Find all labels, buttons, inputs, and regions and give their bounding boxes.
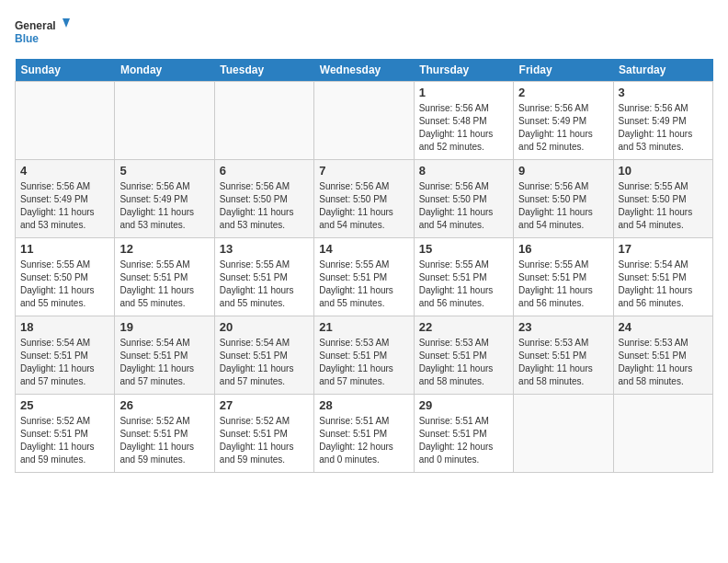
day-info: Sunrise: 5:53 AMSunset: 5:51 PMDaylight:… [518,337,608,388]
day-cell [514,395,613,473]
column-header-tuesday: Tuesday [214,59,313,82]
day-info: Sunrise: 5:56 AMSunset: 5:49 PMDaylight:… [518,102,608,154]
day-info: Sunrise: 5:56 AMSunset: 5:49 PMDaylight:… [119,180,209,232]
day-number: 8 [419,164,508,178]
day-cell [115,82,214,160]
day-info: Sunrise: 5:52 AMSunset: 5:51 PMDaylight:… [119,415,209,466]
day-number: 9 [518,164,608,178]
column-header-thursday: Thursday [414,59,513,82]
day-number: 22 [419,320,508,334]
day-info: Sunrise: 5:55 AMSunset: 5:51 PMDaylight:… [119,259,209,310]
logo-svg: General Blue [15,15,70,52]
day-cell: 17Sunrise: 5:54 AMSunset: 5:51 PMDayligh… [613,238,712,316]
day-number: 27 [220,398,309,412]
day-cell: 7Sunrise: 5:56 AMSunset: 5:50 PMDaylight… [314,160,414,238]
column-header-friday: Friday [514,59,613,82]
day-cell [16,82,115,160]
day-number: 14 [319,242,408,256]
header-row: SundayMondayTuesdayWednesdayThursdayFrid… [16,59,713,82]
day-info: Sunrise: 5:53 AMSunset: 5:51 PMDaylight:… [319,337,408,388]
day-cell: 24Sunrise: 5:53 AMSunset: 5:51 PMDayligh… [613,316,712,395]
day-cell: 14Sunrise: 5:55 AMSunset: 5:51 PMDayligh… [314,238,414,316]
day-number: 2 [518,86,608,99]
day-number: 17 [619,242,708,256]
svg-marker-2 [63,18,70,28]
day-number: 29 [419,398,508,412]
day-info: Sunrise: 5:56 AMSunset: 5:50 PMDaylight:… [419,180,508,232]
day-info: Sunrise: 5:52 AMSunset: 5:51 PMDaylight:… [220,415,309,466]
day-number: 5 [119,164,209,178]
day-number: 24 [619,320,708,334]
day-cell: 22Sunrise: 5:53 AMSunset: 5:51 PMDayligh… [414,316,513,395]
day-cell: 3Sunrise: 5:56 AMSunset: 5:49 PMDaylight… [613,82,712,160]
day-cell: 4Sunrise: 5:56 AMSunset: 5:49 PMDaylight… [16,160,115,238]
day-info: Sunrise: 5:56 AMSunset: 5:50 PMDaylight:… [220,180,309,232]
day-cell [214,82,313,160]
calendar-table: SundayMondayTuesdayWednesdayThursdayFrid… [15,59,713,473]
day-cell: 12Sunrise: 5:55 AMSunset: 5:51 PMDayligh… [115,238,214,316]
day-number: 11 [20,242,109,256]
day-cell: 10Sunrise: 5:55 AMSunset: 5:50 PMDayligh… [613,160,712,238]
day-info: Sunrise: 5:56 AMSunset: 5:50 PMDaylight:… [319,180,408,232]
day-info: Sunrise: 5:55 AMSunset: 5:51 PMDaylight:… [220,259,309,310]
day-cell: 13Sunrise: 5:55 AMSunset: 5:51 PMDayligh… [214,238,313,316]
column-header-saturday: Saturday [613,59,712,82]
day-cell: 1Sunrise: 5:56 AMSunset: 5:48 PMDaylight… [414,82,513,160]
day-number: 10 [619,164,708,178]
day-cell [314,82,414,160]
day-cell [613,395,712,473]
day-info: Sunrise: 5:56 AMSunset: 5:48 PMDaylight:… [419,102,508,154]
day-cell: 16Sunrise: 5:55 AMSunset: 5:51 PMDayligh… [514,238,613,316]
week-row-2: 4Sunrise: 5:56 AMSunset: 5:49 PMDaylight… [16,160,713,238]
day-info: Sunrise: 5:55 AMSunset: 5:50 PMDaylight:… [20,259,109,310]
logo: General Blue [15,15,70,52]
day-number: 1 [419,86,508,99]
day-info: Sunrise: 5:53 AMSunset: 5:51 PMDaylight:… [619,337,708,388]
day-info: Sunrise: 5:55 AMSunset: 5:51 PMDaylight:… [419,259,508,310]
day-number: 23 [518,320,608,334]
day-number: 25 [20,398,109,412]
day-number: 26 [119,398,209,412]
day-info: Sunrise: 5:55 AMSunset: 5:50 PMDaylight:… [619,180,708,232]
column-header-sunday: Sunday [16,59,115,82]
day-cell: 27Sunrise: 5:52 AMSunset: 5:51 PMDayligh… [214,395,313,473]
day-cell: 11Sunrise: 5:55 AMSunset: 5:50 PMDayligh… [16,238,115,316]
week-row-3: 11Sunrise: 5:55 AMSunset: 5:50 PMDayligh… [16,238,713,316]
day-info: Sunrise: 5:54 AMSunset: 5:51 PMDaylight:… [619,259,708,310]
day-number: 28 [319,398,408,412]
day-cell: 15Sunrise: 5:55 AMSunset: 5:51 PMDayligh… [414,238,513,316]
day-number: 13 [220,242,309,256]
day-cell: 6Sunrise: 5:56 AMSunset: 5:50 PMDaylight… [214,160,313,238]
day-info: Sunrise: 5:55 AMSunset: 5:51 PMDaylight:… [518,259,608,310]
day-number: 18 [20,320,109,334]
day-cell: 20Sunrise: 5:54 AMSunset: 5:51 PMDayligh… [214,316,313,395]
day-number: 20 [220,320,309,334]
day-info: Sunrise: 5:53 AMSunset: 5:51 PMDaylight:… [419,337,508,388]
day-info: Sunrise: 5:54 AMSunset: 5:51 PMDaylight:… [119,337,209,388]
day-info: Sunrise: 5:52 AMSunset: 5:51 PMDaylight:… [20,415,109,466]
day-info: Sunrise: 5:55 AMSunset: 5:51 PMDaylight:… [319,259,408,310]
day-info: Sunrise: 5:54 AMSunset: 5:51 PMDaylight:… [220,337,309,388]
day-info: Sunrise: 5:56 AMSunset: 5:49 PMDaylight:… [619,102,708,154]
page-header: General Blue [15,15,713,52]
day-number: 3 [619,86,708,99]
day-number: 12 [119,242,209,256]
day-number: 7 [319,164,408,178]
day-cell: 5Sunrise: 5:56 AMSunset: 5:49 PMDaylight… [115,160,214,238]
week-row-4: 18Sunrise: 5:54 AMSunset: 5:51 PMDayligh… [16,316,713,395]
day-cell: 21Sunrise: 5:53 AMSunset: 5:51 PMDayligh… [314,316,414,395]
day-info: Sunrise: 5:56 AMSunset: 5:49 PMDaylight:… [20,180,109,232]
day-cell: 29Sunrise: 5:51 AMSunset: 5:51 PMDayligh… [414,395,513,473]
day-info: Sunrise: 5:51 AMSunset: 5:51 PMDaylight:… [319,415,408,466]
day-number: 6 [220,164,309,178]
day-cell: 2Sunrise: 5:56 AMSunset: 5:49 PMDaylight… [514,82,613,160]
day-cell: 26Sunrise: 5:52 AMSunset: 5:51 PMDayligh… [115,395,214,473]
day-number: 19 [119,320,209,334]
day-cell: 28Sunrise: 5:51 AMSunset: 5:51 PMDayligh… [314,395,414,473]
svg-text:Blue: Blue [15,32,39,45]
day-cell: 25Sunrise: 5:52 AMSunset: 5:51 PMDayligh… [16,395,115,473]
day-info: Sunrise: 5:56 AMSunset: 5:50 PMDaylight:… [518,180,608,232]
day-cell: 19Sunrise: 5:54 AMSunset: 5:51 PMDayligh… [115,316,214,395]
day-cell: 9Sunrise: 5:56 AMSunset: 5:50 PMDaylight… [514,160,613,238]
day-number: 16 [518,242,608,256]
